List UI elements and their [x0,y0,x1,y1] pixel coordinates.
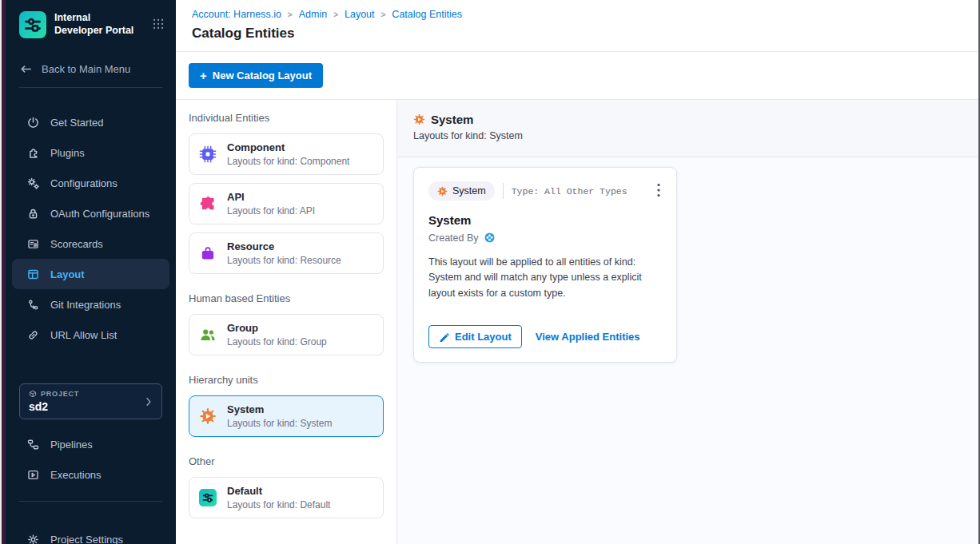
edit-layout-button[interactable]: Edit Layout [428,325,522,348]
created-by-label: Created By [428,232,479,244]
sidebar-item-get-started[interactable]: Get Started [6,107,176,137]
project-cube-icon [29,390,37,398]
project-eyebrow-label: PROJECT [41,390,79,398]
section-label-human-based-entities: Human based Entities [189,292,384,306]
main-header: System Layouts for kind: System [397,100,980,157]
gears-icon [26,177,40,190]
entity-type-panel: Individual Entities Component Layouts fo… [176,100,397,544]
apps-grid-icon[interactable] [152,18,165,30]
toolbar: + New Catalog Layout [176,52,980,100]
sidebar-item-git-integrations[interactable]: Git Integrations [6,289,176,320]
entity-card-group[interactable]: Group Layouts for kind: Group [189,314,384,355]
entity-card-default[interactable]: Default Layouts for kind: Default [189,477,384,518]
harness-logo-icon [484,232,496,244]
sidebar-item-executions[interactable]: Executions [6,459,176,490]
card-menu-button[interactable] [655,181,662,199]
sidebar-item-label: Project Settings [50,534,123,544]
entity-card-description: Layouts for kind: API [227,205,315,216]
sidebar-item-label: Layout [50,268,85,280]
sidebar-item-label: Scorecards [50,238,103,250]
edit-layout-label: Edit Layout [455,331,512,343]
resource-icon [199,244,217,262]
sidebar-item-plugins[interactable]: Plugins [6,137,176,168]
view-applied-entities-link[interactable]: View Applied Entities [536,331,640,343]
sidebar-project-menu: Pipelines Executions [6,429,176,490]
main-area: System Layouts for kind: System [397,100,980,544]
sidebar-item-label: Configurations [50,177,118,189]
system-gear-icon [199,407,217,425]
brand-title: Internal Developer Portal [54,11,139,38]
entity-card-name: System [227,403,332,416]
entity-card-description: Layouts for kind: System [227,418,332,429]
breadcrumb-layout[interactable]: Layout [345,9,375,20]
sidebar-item-label: URL Allow List [50,329,117,341]
badge-separator [503,183,504,199]
get-started-icon [26,116,40,129]
main-heading: System [431,113,473,126]
entity-card-resource[interactable]: Resource Layouts for kind: Resource [189,232,384,274]
project-selector[interactable]: PROJECT sd2 [19,383,162,419]
breadcrumb-catalog-entities[interactable]: Catalog Entities [392,9,462,20]
breadcrumb: Account: Harness.io > Admin > Layout > C… [192,9,964,20]
entity-card-system[interactable]: System Layouts for kind: System [189,395,384,437]
page-header: Account: Harness.io > Admin > Layout > C… [176,0,980,52]
entity-card-description: Layouts for kind: Group [227,336,327,347]
sidebar-item-layout[interactable]: Layout [12,259,169,289]
breadcrumb-separator: > [333,10,338,19]
entity-card-description: Layouts for kind: Resource [227,255,341,266]
entity-card-api[interactable]: API Layouts for kind: API [189,183,384,224]
api-icon [199,195,217,212]
gear-icon [26,533,40,544]
plus-icon: + [200,69,207,81]
new-catalog-layout-label: New Catalog Layout [213,69,312,81]
breadcrumb-admin[interactable]: Admin [299,9,327,20]
page-title: Catalog Entities [192,26,964,42]
sidebar-divider [19,501,162,502]
component-icon [199,145,217,163]
system-layout-card: System Type: All Other Types System Crea… [413,167,677,363]
sidebar-item-label: Get Started [50,117,103,129]
kind-badge-label: System [452,185,486,197]
entity-card-name: Resource [227,240,341,253]
sidebar-item-url-allow-list[interactable]: URL Allow List [6,320,176,350]
scorecard-icon [26,237,40,251]
default-logo-icon [199,489,217,506]
sidebar-menu: Get Started Plugins Configurations [6,107,176,350]
layout-icon [26,268,40,281]
back-to-main-menu[interactable]: Back to Main Menu [6,62,176,76]
type-text: Type: All Other Types [512,186,627,197]
project-name: sd2 [29,400,153,413]
breadcrumb-separator: > [381,10,386,19]
pipelines-icon [26,438,40,451]
sidebar-item-pipelines[interactable]: Pipelines [6,429,176,459]
pencil-icon [439,332,449,342]
breadcrumb-account[interactable]: Account: Harness.io [192,9,281,20]
created-by-row: Created By [428,232,662,244]
system-gear-icon [413,113,425,125]
layout-card-description: This layout will be applied to all entit… [428,255,662,301]
plugin-icon [26,146,40,160]
main-body: System Type: All Other Types System Crea… [397,157,980,372]
link-icon [26,328,40,342]
section-label-hierarchy-units: Hierarchy units [189,373,384,387]
main-subheading: Layouts for kind: System [413,130,964,141]
sidebar-item-project-settings[interactable]: Project Settings [6,524,176,544]
idp-logo-icon [19,11,46,38]
sidebar: Internal Developer Portal Back to Main M… [6,0,176,544]
sidebar-item-scorecards[interactable]: Scorecards [6,228,176,259]
brand: Internal Developer Portal [6,0,176,38]
section-label-individual-entities: Individual Entities [189,111,384,125]
new-catalog-layout-button[interactable]: + New Catalog Layout [189,63,323,88]
entity-card-component[interactable]: Component Layouts for kind: Component [189,133,384,175]
sidebar-item-oauth-configurations[interactable]: OAuth Configurations [6,198,176,228]
chevron-right-icon [143,395,153,407]
sidebar-item-configurations[interactable]: Configurations [6,168,176,198]
sidebar-footer-menu: Project Settings [6,524,176,544]
entity-card-name: Component [227,141,349,154]
entity-card-name: Default [227,485,330,498]
app-window: Internal Developer Portal Back to Main M… [0,0,980,544]
sidebar-item-label: Plugins [50,147,85,159]
arrow-left-icon [19,62,33,76]
executions-icon [26,468,40,482]
kind-badge: System [428,181,495,201]
